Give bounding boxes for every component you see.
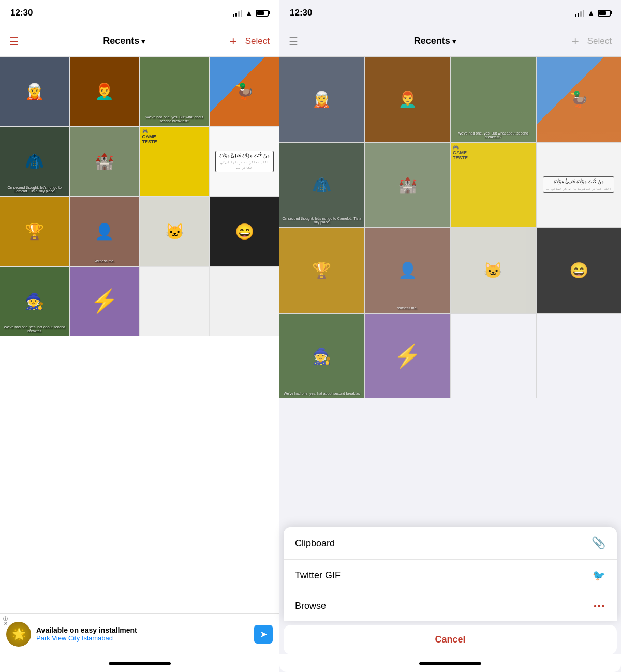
left-nav-bar: ☰ Recents ▾ + Select <box>0 26 279 57</box>
right-signal-icon <box>575 9 584 17</box>
right-chevron-icon: ▾ <box>452 37 456 46</box>
twitter-gif-label: Twitter GIF <box>295 570 341 581</box>
right-time: 12:30 <box>290 8 312 18</box>
action-sheet: Clipboard 📎 Twitter GIF 🐦 Browse ••• Can… <box>279 527 621 672</box>
table-row[interactable]: 🧝 <box>0 57 69 126</box>
left-nav-actions: + Select <box>230 34 270 49</box>
ad-banner[interactable]: ⓘ ✕ 🌟 Available on easy installment Park… <box>0 613 279 654</box>
left-status-bar: 12:30 ▲ <box>0 0 279 26</box>
table-row[interactable]: مَنْ كُنْتُ مَوْلَاهُ فَعَلِيٌّ مَوْلَاه… <box>210 127 279 196</box>
right-home-bar <box>419 662 481 665</box>
table-row[interactable]: 🏆 <box>0 197 69 266</box>
table-row[interactable]: 🐱 <box>451 228 536 313</box>
table-row <box>210 267 279 336</box>
left-phone: 12:30 ▲ ☰ Recents ▾ + Select 🧝 <box>0 0 279 672</box>
table-row[interactable]: 👨‍🦰 <box>70 57 139 126</box>
left-gif-grid: 🧝 👨‍🦰 We've had one, yes. But what about… <box>0 57 279 336</box>
ad-text-content: Available on easy installment Park View … <box>36 626 249 642</box>
clipboard-action[interactable]: Clipboard 📎 <box>284 527 617 560</box>
table-row[interactable]: 🧙 We've had one, yes. hat about second b… <box>0 267 69 336</box>
table-row[interactable]: 🧥 On second thought, let's not go to Cam… <box>279 143 364 228</box>
left-time: 12:30 <box>10 8 33 18</box>
right-gif-grid: 🧝 👨‍🦰 We've had one, yes. But what about… <box>279 57 621 398</box>
table-row[interactable]: 😄 <box>210 197 279 266</box>
left-add-button[interactable]: + <box>230 34 237 49</box>
right-nav-bar: ☰ Recents ▾ + Select <box>279 26 621 57</box>
right-battery-icon <box>598 10 611 17</box>
browse-action[interactable]: Browse ••• <box>284 591 617 621</box>
table-row[interactable]: 👨‍🦰 <box>365 57 450 142</box>
ad-title: Available on easy installment <box>36 626 249 634</box>
right-menu-icon[interactable]: ☰ <box>289 35 298 48</box>
table-row[interactable]: 🏰 <box>70 127 139 196</box>
right-phone: 12:30 ▲ ☰ Recents ▾ + Select 🧝 <box>279 0 621 672</box>
left-wifi-icon: ▲ <box>245 9 253 17</box>
twitter-icon: 🐦 <box>593 569 605 581</box>
table-row[interactable]: 🧙 We've had one, yes. hat about second b… <box>279 314 364 399</box>
table-row[interactable]: We've had one, yes. But what about secon… <box>451 57 536 142</box>
left-home-bar <box>109 662 171 665</box>
table-row[interactable]: 😄 <box>537 228 622 313</box>
right-nav-title: Recents ▾ <box>414 36 456 47</box>
left-status-icons: ▲ <box>233 9 269 17</box>
table-row[interactable]: 🎮GAMETESTE <box>451 143 536 228</box>
ad-arrow-button[interactable]: ➤ <box>254 625 273 644</box>
table-row[interactable]: 👤 Witness me. <box>365 228 450 313</box>
table-row[interactable]: 🦆 <box>210 57 279 126</box>
table-row[interactable]: ⚡ <box>365 314 450 399</box>
ad-subtitle: Park View City Islamabad <box>36 634 249 642</box>
table-row[interactable]: We've had one, yes. But what about secon… <box>140 57 209 126</box>
table-row[interactable]: 🧥 On second thought, let's not go to Cam… <box>0 127 69 196</box>
clipboard-label: Clipboard <box>295 538 335 549</box>
left-nav-title: Recents ▾ <box>103 36 145 47</box>
cancel-button[interactable]: Cancel <box>284 625 617 654</box>
table-row[interactable]: 🏆 <box>279 228 364 313</box>
dots-icon: ••• <box>594 602 605 611</box>
table-row[interactable]: مَنْ كُنْتُ مَوْلَاهُ فَعَلِيٌّ مَوْلَاه… <box>537 143 622 228</box>
table-row[interactable]: 🐱 <box>140 197 209 266</box>
right-status-icons: ▲ <box>575 9 611 17</box>
left-empty-area <box>0 336 279 613</box>
table-row <box>537 314 622 399</box>
table-row[interactable]: 🎮GAMETESTE <box>140 127 209 196</box>
table-row[interactable]: ⚡ <box>70 267 139 336</box>
right-status-bar: 12:30 ▲ <box>279 0 621 26</box>
left-signal-icon <box>233 9 242 17</box>
browse-label: Browse <box>295 601 326 611</box>
left-menu-icon[interactable]: ☰ <box>9 35 19 48</box>
left-chevron-icon: ▾ <box>141 37 145 46</box>
left-select-button[interactable]: Select <box>245 36 270 47</box>
ad-logo: 🌟 <box>6 622 31 647</box>
right-add-button[interactable]: + <box>572 34 579 49</box>
right-select-button[interactable]: Select <box>587 36 612 47</box>
paperclip-icon: 📎 <box>592 536 605 550</box>
right-nav-actions: + Select <box>572 34 612 49</box>
left-home-indicator <box>0 654 279 672</box>
right-home-indicator <box>279 654 621 672</box>
table-row <box>140 267 209 336</box>
action-sheet-content: Clipboard 📎 Twitter GIF 🐦 Browse ••• <box>284 527 617 621</box>
ad-close-button[interactable]: ⓘ ✕ <box>3 617 8 626</box>
table-row[interactable]: 🧝 <box>279 57 364 142</box>
twitter-gif-action[interactable]: Twitter GIF 🐦 <box>284 560 617 591</box>
left-battery-icon <box>256 10 269 17</box>
right-wifi-icon: ▲ <box>587 9 595 17</box>
table-row[interactable]: 🏰 <box>365 143 450 228</box>
table-row <box>451 314 536 399</box>
table-row[interactable]: 👤 Witness me. <box>70 197 139 266</box>
table-row[interactable]: 🦆 <box>537 57 622 142</box>
